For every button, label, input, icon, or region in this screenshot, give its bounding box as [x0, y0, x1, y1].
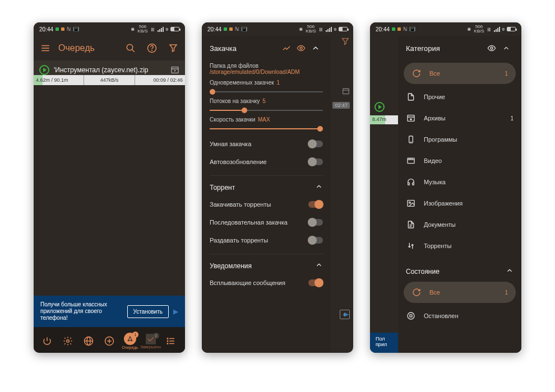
screen-categories: 20:44 ℕ 📳 ⋇ 506KB/S ⫼ 9 8.47m Пол прил К…: [370, 22, 521, 353]
bluetooth-icon: ⋇: [467, 26, 471, 32]
speed-slider[interactable]: [210, 128, 323, 129]
torrent-download-toggle[interactable]: [308, 201, 323, 208]
archive-icon[interactable]: [170, 66, 179, 74]
state-section-header[interactable]: Состояние: [398, 261, 521, 279]
install-button[interactable]: Установить: [127, 305, 169, 318]
folder-path[interactable]: /storage/emulated/0/Download/ADM: [210, 69, 323, 75]
category-torrents-label: Торренты: [424, 242, 514, 249]
bg-time: 02:47: [332, 102, 350, 109]
time-progress: 00:09 / 02:46: [135, 75, 185, 85]
popup-row[interactable]: Всплывающие сообщения: [210, 274, 323, 292]
battery-pct: 9: [502, 27, 505, 32]
torrent-seed-row[interactable]: Раздавать торренты: [210, 231, 323, 249]
category-images[interactable]: Изображения: [398, 193, 521, 214]
svg-rect-40: [408, 183, 410, 185]
nav-browser[interactable]: [79, 336, 98, 346]
nav-done[interactable]: 0 Завершено: [141, 334, 160, 349]
wifi-icon: ⫼: [318, 26, 323, 32]
category-other[interactable]: Прочие: [398, 86, 521, 108]
concurrent-slider[interactable]: [210, 91, 323, 92]
nav-queue[interactable]: 1 Очередь: [121, 333, 140, 349]
chart-icon[interactable]: [279, 44, 294, 53]
category-documents[interactable]: Документы: [398, 214, 521, 235]
category-torrents[interactable]: Торренты: [398, 235, 521, 256]
nav-list[interactable]: [161, 336, 181, 346]
smart-download-row[interactable]: Умная закачка: [210, 135, 323, 153]
done-badge: 0: [153, 333, 159, 339]
svg-point-24: [168, 340, 169, 342]
torrent-seed-label: Раздавать торренты: [210, 237, 308, 244]
eye-icon[interactable]: [484, 44, 499, 53]
net-speed: 506 KB/S: [137, 25, 147, 34]
wifi-icon: ⫼: [150, 26, 155, 32]
signal-icon: [158, 27, 164, 32]
nav-settings[interactable]: [58, 336, 77, 346]
category-archives-label: Архивы: [424, 115, 502, 122]
svg-point-18: [128, 340, 129, 341]
torrent-sequential-row[interactable]: Последовательная закачка: [210, 213, 323, 231]
torrent-section-header[interactable]: Торрент: [210, 180, 323, 195]
state-stopped[interactable]: Остановлен: [398, 305, 521, 326]
filter-icon[interactable]: [165, 40, 182, 57]
state-all[interactable]: Все 1: [404, 282, 516, 303]
eye-icon[interactable]: [294, 44, 308, 53]
category-all-label: Все: [429, 70, 497, 77]
categories-panel: Категория Все 1 Прочие Архивы 1 Программ…: [398, 36, 521, 353]
notif-section-label: Уведомления: [210, 262, 252, 270]
notif-section-header[interactable]: Уведомления: [210, 259, 323, 274]
nfc-icon: ℕ: [403, 26, 407, 32]
category-programs[interactable]: Программы: [398, 129, 521, 150]
torrent-download-label: Закачивать торренты: [210, 201, 308, 208]
queue-badge: 1: [132, 332, 138, 338]
category-music[interactable]: Музыка: [398, 171, 521, 193]
svg-point-43: [409, 202, 411, 203]
notif-icon: [392, 27, 395, 31]
menu-icon[interactable]: [37, 40, 54, 57]
filter-icon[interactable]: [341, 37, 350, 47]
threads-slider[interactable]: [210, 110, 323, 111]
chevron-up-icon: [315, 261, 323, 270]
promo-banner[interactable]: Получи больше классных приложений для св…: [34, 296, 185, 327]
popup-toggle[interactable]: [308, 279, 323, 286]
category-all[interactable]: Все 1: [404, 63, 516, 84]
play-icon: [374, 102, 385, 112]
net-speed: 506KB/S: [306, 25, 316, 34]
smart-download-toggle[interactable]: [308, 141, 323, 147]
nav-add[interactable]: [100, 336, 119, 346]
nav-power[interactable]: [38, 336, 57, 346]
category-archives-count: 1: [510, 115, 514, 122]
battery-icon: [339, 27, 348, 31]
vibrate-icon: 📳: [73, 26, 79, 32]
autoresume-row[interactable]: Автовозобновление: [210, 153, 323, 171]
category-video[interactable]: Видео: [398, 150, 521, 171]
svg-point-28: [300, 47, 302, 49]
torrent-sequential-toggle[interactable]: [308, 219, 323, 226]
search-icon[interactable]: [122, 40, 139, 57]
battery-pct: 9: [166, 27, 168, 32]
popup-label: Всплывающие сообщения: [210, 279, 308, 286]
chevron-up-icon[interactable]: [499, 44, 514, 52]
svg-point-25: [168, 343, 169, 344]
autoresume-toggle[interactable]: [308, 158, 323, 165]
video-icon: [406, 156, 416, 166]
help-icon[interactable]: [144, 40, 160, 57]
category-archives[interactable]: Архивы 1: [398, 108, 521, 129]
battery-icon: [170, 27, 179, 31]
concurrent-label: Одновременных закачек 1: [210, 80, 323, 86]
refresh-icon: [411, 68, 422, 78]
download-item[interactable]: 'Инструментал (zaycev.net).zip: [34, 60, 185, 75]
chevron-up-icon[interactable]: [308, 44, 323, 53]
nfc-icon: ℕ: [235, 26, 239, 32]
nav-queue-label: Очередь: [122, 346, 138, 349]
category-images-label: Изображения: [424, 200, 514, 207]
svg-point-17: [130, 337, 131, 338]
category-other-label: Прочие: [424, 94, 514, 100]
vibrate-icon: 📳: [241, 26, 247, 32]
torrent-seed-toggle[interactable]: [308, 237, 323, 244]
document-icon: [406, 220, 416, 230]
play-icon[interactable]: [39, 65, 49, 75]
category-music-label: Музыка: [424, 179, 514, 185]
torrent-download-row[interactable]: Закачивать торренты: [210, 195, 323, 213]
state-all-label: Все: [429, 289, 497, 296]
folder-label: Папка для файлов: [210, 63, 323, 69]
